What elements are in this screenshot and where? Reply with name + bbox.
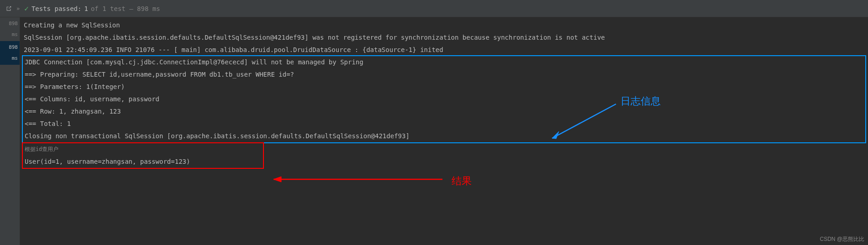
log-line: JDBC Connection [com.mysql.cj.jdbc.Conne…	[25, 56, 863, 68]
log-line: <== Row: 1, zhangsan, 123	[25, 105, 863, 118]
tests-count: 1	[84, 5, 88, 12]
log-line: SqlSession [org.apache.ibatis.session.de…	[24, 31, 864, 44]
time-item[interactable]: 898 ms	[0, 41, 20, 65]
log-line: User(id=1, username=zhangsan, password=1…	[25, 156, 261, 168]
tests-passed-label: Tests passed:	[32, 5, 82, 12]
log-line: Closing non transactional SqlSession [or…	[25, 130, 863, 142]
test-toolbar: » ✓ Tests passed: 1 of 1 test – 898 ms	[0, 0, 868, 17]
svg-marker-3	[274, 177, 281, 182]
log-line: Creating a new SqlSession	[24, 19, 864, 31]
svg-line-0	[552, 104, 616, 138]
log-line: <== Columns: id, username, password	[25, 93, 863, 105]
watermark: CSDN @恶熊比比	[820, 235, 864, 243]
log-line: ==> Parameters: 1(Integer)	[25, 81, 863, 93]
open-external-icon[interactable]	[5, 5, 12, 12]
arrow-blue-icon	[545, 99, 618, 145]
log-info-box: JDBC Connection [com.mysql.cj.jdbc.Conne…	[22, 55, 866, 143]
chevron-right-icon[interactable]: »	[16, 5, 20, 12]
console-output[interactable]: Creating a new SqlSession SqlSession [or…	[20, 17, 868, 245]
sidebar-times: 898 ms 898 ms	[0, 17, 20, 245]
arrow-red-icon	[267, 172, 445, 186]
time-item[interactable]: 898 ms	[0, 17, 20, 41]
log-line: ==> Preparing: SELECT id,username,passwo…	[25, 68, 863, 81]
check-icon: ✓	[24, 4, 29, 13]
result-box: 根据id查用户 User(id=1, username=zhangsan, pa…	[22, 142, 264, 169]
tests-detail: of 1 test – 898 ms	[91, 5, 160, 12]
log-line: 根据id查用户	[25, 143, 261, 156]
log-line: <== Total: 1	[25, 118, 863, 130]
tests-status: ✓ Tests passed: 1 of 1 test – 898 ms	[24, 4, 160, 13]
main-container: 898 ms 898 ms Creating a new SqlSession …	[0, 17, 868, 245]
annotation-result: 结果	[452, 175, 472, 187]
log-line: 2023-09-01 22:45:09.236 INFO 21076 --- […	[24, 44, 864, 56]
annotation-log-info: 日志信息	[621, 95, 661, 107]
